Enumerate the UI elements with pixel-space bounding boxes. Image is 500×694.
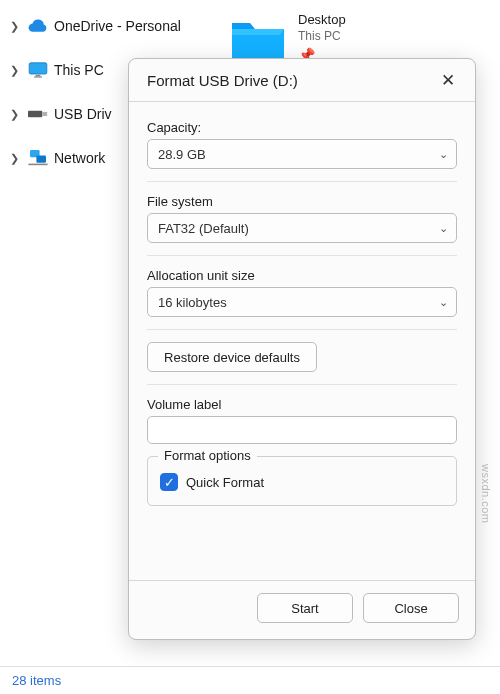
cloud-icon [28,16,48,36]
capacity-select[interactable]: 28.9 GB ⌄ [147,139,457,169]
svg-rect-4 [28,111,42,118]
chevron-right-icon: ❯ [10,152,22,165]
filesystem-label: File system [147,194,457,209]
restore-defaults-button[interactable]: Restore device defaults [147,342,317,372]
folder-icon [230,17,286,61]
divider [147,255,457,256]
allocation-select[interactable]: 16 kilobytes ⌄ [147,287,457,317]
folder-location: This PC [298,29,346,45]
close-button[interactable]: ✕ [433,66,463,95]
svg-rect-0 [29,63,47,74]
capacity-label: Capacity: [147,120,457,135]
watermark: wsxdn.com [480,464,492,524]
filesystem-select[interactable]: FAT32 (Default) ⌄ [147,213,457,243]
format-dialog: Format USB Drive (D:) ✕ Capacity: 28.9 G… [128,58,476,640]
nav-item-label: USB Driv [54,106,112,122]
svg-rect-5 [42,112,47,116]
chevron-right-icon: ❯ [10,20,22,33]
quick-format-checkbox[interactable]: ✓ [160,473,178,491]
filesystem-value: FAT32 (Default) [158,221,249,236]
folder-name: Desktop [298,12,346,29]
chevron-right-icon: ❯ [10,108,22,121]
start-button[interactable]: Start [257,593,353,623]
dialog-footer: Start Close [129,581,475,639]
svg-rect-8 [28,164,47,166]
nav-item-onedrive[interactable]: ❯ OneDrive - Personal [6,8,216,44]
format-options-group: Format options ✓ Quick Format [147,456,457,506]
svg-rect-7 [36,156,46,163]
volume-label-input[interactable] [147,416,457,444]
divider [147,181,457,182]
svg-rect-2 [36,75,41,77]
dialog-titlebar: Format USB Drive (D:) ✕ [129,59,475,101]
allocation-value: 16 kilobytes [158,295,227,310]
network-icon [28,148,48,168]
usb-drive-icon [28,104,48,124]
quick-format-row[interactable]: ✓ Quick Format [160,473,444,491]
nav-item-label: OneDrive - Personal [54,18,181,34]
svg-rect-3 [34,76,42,77]
dialog-body: Capacity: 28.9 GB ⌄ File system FAT32 (D… [129,102,475,580]
nav-item-label: Network [54,150,105,166]
divider [147,384,457,385]
volume-label-label: Volume label [147,397,457,412]
allocation-label: Allocation unit size [147,268,457,283]
status-bar: 28 items [0,666,500,694]
monitor-icon [28,60,48,80]
check-icon: ✓ [164,475,175,490]
format-options-legend: Format options [158,448,257,463]
close-dialog-button[interactable]: Close [363,593,459,623]
status-item-count: 28 items [12,673,61,688]
quick-format-label: Quick Format [186,475,264,490]
chevron-right-icon: ❯ [10,64,22,77]
chevron-down-icon: ⌄ [439,222,448,235]
chevron-down-icon: ⌄ [439,296,448,309]
close-icon: ✕ [441,71,455,90]
nav-item-label: This PC [54,62,104,78]
capacity-value: 28.9 GB [158,147,206,162]
divider [147,329,457,330]
dialog-title: Format USB Drive (D:) [147,72,298,89]
chevron-down-icon: ⌄ [439,148,448,161]
